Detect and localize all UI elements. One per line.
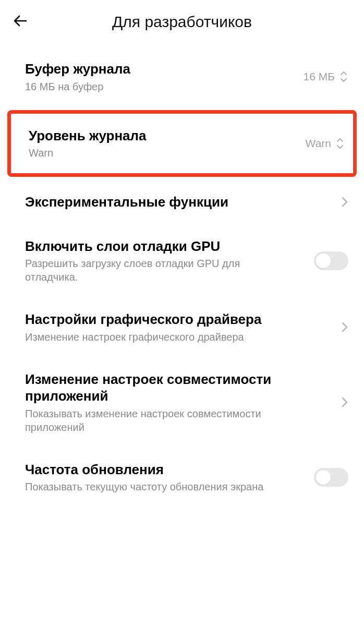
row-experimental[interactable]: Экспериментальные функции — [0, 180, 364, 224]
row-subtitle: 16 МБ на буфер — [25, 80, 304, 93]
row-main: Включить слои отладки GPU Разрешить загр… — [25, 238, 314, 284]
settings-list: Буфер журнала 16 МБ на буфер 16 МБ Урове… — [0, 47, 364, 507]
row-control — [314, 251, 348, 270]
row-control — [341, 196, 348, 208]
up-down-icon — [335, 137, 345, 150]
row-main: Экспериментальные функции — [25, 194, 341, 211]
row-subtitle: Показывать текущую частоту обновления эк… — [25, 480, 275, 493]
arrow-left-icon — [10, 10, 31, 33]
row-gpu-debug[interactable]: Включить слои отладки GPU Разрешить загр… — [0, 224, 364, 298]
toggle-gpu-debug[interactable] — [314, 251, 348, 270]
row-gpu-driver[interactable]: Настройки графического драйвера Изменени… — [0, 297, 364, 357]
highlight-box: Уровень журнала Warn Warn — [7, 110, 357, 177]
row-log-level[interactable]: Уровень журнала Warn Warn — [11, 114, 353, 174]
toggle-refresh-rate[interactable] — [314, 468, 348, 487]
row-control: 16 МБ — [304, 70, 348, 83]
up-down-icon — [339, 70, 348, 83]
row-main: Частота обновления Показывать текущую ча… — [25, 461, 314, 494]
row-control — [341, 396, 348, 408]
row-subtitle: Warn — [29, 146, 306, 160]
chevron-right-icon — [341, 321, 348, 333]
row-subtitle: Показывать изменение настроек совместимо… — [25, 407, 275, 434]
row-subtitle: Разрешить загрузку слоев отладки GPU для… — [25, 257, 275, 284]
row-title: Уровень журнала — [29, 127, 306, 145]
row-value: Warn — [306, 137, 331, 150]
row-control: Warn — [306, 137, 345, 150]
header: Для разработчиков — [0, 0, 364, 47]
back-button[interactable] — [10, 9, 35, 34]
row-title: Частота обновления — [25, 461, 314, 478]
page-title: Для разработчиков — [35, 13, 329, 31]
row-title: Изменение настроек совместимости приложе… — [25, 371, 341, 405]
toggle-knob — [316, 254, 331, 268]
row-control — [314, 468, 348, 487]
row-subtitle: Изменение настроек графического драйвера — [25, 330, 341, 344]
row-log-buffer[interactable]: Буфер журнала 16 МБ на буфер 16 МБ — [0, 47, 364, 107]
row-value: 16 МБ — [304, 70, 335, 83]
toggle-knob — [316, 470, 331, 485]
row-title: Буфер журнала — [25, 61, 304, 78]
row-control — [341, 321, 348, 333]
row-main: Буфер журнала 16 МБ на буфер — [25, 61, 304, 93]
row-main: Уровень журнала Warn — [29, 127, 306, 160]
row-main: Настройки графического драйвера Изменени… — [25, 311, 341, 344]
row-title: Включить слои отладки GPU — [25, 238, 314, 255]
row-title: Настройки графического драйвера — [25, 311, 341, 328]
chevron-right-icon — [341, 196, 348, 208]
row-title: Экспериментальные функции — [25, 194, 341, 211]
row-main: Изменение настроек совместимости приложе… — [25, 371, 341, 434]
chevron-right-icon — [341, 396, 348, 408]
row-refresh-rate[interactable]: Частота обновления Показывать текущую ча… — [0, 448, 364, 508]
row-app-compat[interactable]: Изменение настроек совместимости приложе… — [0, 357, 364, 448]
